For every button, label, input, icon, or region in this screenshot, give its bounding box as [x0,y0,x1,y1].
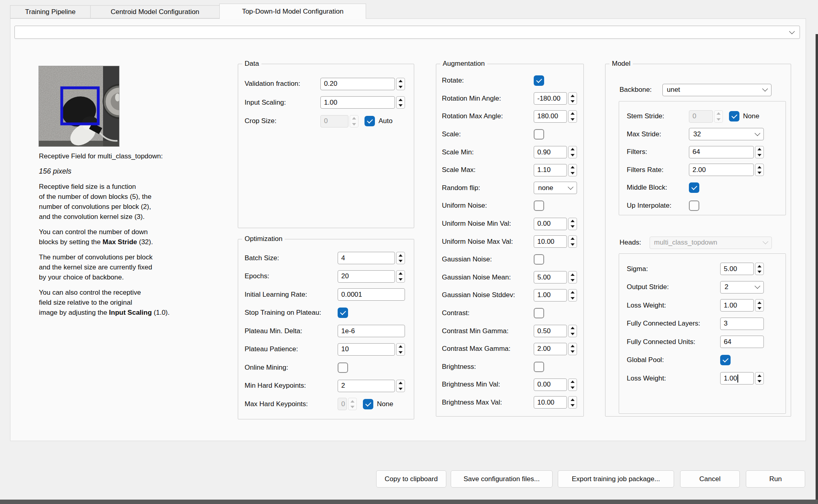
tab-top-down-id-model-configuration[interactable]: Top-Down-Id Model Configuration [219,4,366,19]
contrast-min-gamma-spin-up-button[interactable] [569,325,577,331]
fully-connected-layers-input[interactable]: 3 [720,318,764,330]
brightness-min-val-spinbox[interactable]: 0.00 [534,379,577,391]
batch-size-input[interactable]: 4 [338,252,395,264]
copy-to-clipboard-button[interactable]: Copy to clipboard [376,470,446,488]
filters-rate-spin-up-button[interactable] [755,164,763,170]
validation-fraction-input[interactable]: 0.20 [320,78,395,90]
gaussian-noise-mean-spin-up-button[interactable] [569,271,577,277]
input-scaling-spin-down-button[interactable] [397,103,405,109]
loss-weight-2-input[interactable]: 1.00 [720,372,754,385]
max-hard-keypoints-checkbox[interactable] [363,399,373,409]
middle-block-checkbox[interactable] [689,182,699,193]
input-scaling-spin-up-button[interactable] [397,97,405,103]
loss-weight-2-spinbox[interactable]: 1.00 [720,372,764,385]
filters-input[interactable]: 64 [689,146,754,158]
uniform-noise-max-val-input[interactable]: 10.00 [534,235,567,248]
min-hard-keypoints-spinbox[interactable]: 2 [338,380,405,392]
uniform-noise-min-val-input[interactable]: 0.00 [534,218,567,230]
brightness-max-val-spinbox[interactable]: 10.00 [534,396,577,409]
loss-weight-spin-up-button[interactable] [755,300,763,306]
stem-stride-spin-up-button[interactable] [715,111,723,117]
filters-rate-spin-down-button[interactable] [755,170,763,176]
validation-fraction-spin-up-button[interactable] [397,78,405,84]
brightness-min-val-spin-up-button[interactable] [569,379,577,385]
random-flip-dropdown[interactable]: none [534,182,577,194]
stem-stride-checkbox[interactable] [729,111,739,121]
brightness-min-val-input[interactable]: 0.00 [534,379,567,391]
sigma-input[interactable]: 5.00 [720,263,754,275]
sigma-spin-up-button[interactable] [755,263,763,269]
min-hard-keypoints-spin-down-button[interactable] [397,386,405,392]
max-hard-keypoints-spinbox[interactable]: 0 [338,398,357,410]
gaussian-noise-stddev-spin-up-button[interactable] [569,289,577,296]
plateau-patience-spin-up-button[interactable] [397,344,405,350]
batch-size-spin-down-button[interactable] [397,258,405,264]
uniform-noise-checkbox[interactable] [534,200,544,211]
crop-size-spin-up-button[interactable] [350,115,358,121]
validation-fraction-spinbox[interactable]: 0.20 [320,78,405,90]
contrast-max-gamma-spin-up-button[interactable] [569,343,577,349]
gaussian-noise-mean-input[interactable]: 5.00 [534,271,567,283]
plateau-patience-spin-down-button[interactable] [397,349,405,355]
brightness-max-val-spin-down-button[interactable] [569,403,577,409]
online-mining-checkbox[interactable] [338,362,348,373]
fully-connected-units-input[interactable]: 64 [720,336,764,348]
epochs-input[interactable]: 20 [338,270,395,283]
loss-weight-2-spin-down-button[interactable] [755,379,763,385]
brightness-min-val-spin-down-button[interactable] [569,385,577,391]
stem-stride-spinbox[interactable]: 0 [689,110,723,123]
tab-training-pipeline[interactable]: Training Pipeline [10,5,91,18]
filters-spin-up-button[interactable] [755,146,763,152]
filters-rate-input[interactable]: 2.00 [689,164,754,176]
backbone-dropdown[interactable]: unet [662,84,771,96]
loss-weight-spin-down-button[interactable] [755,306,763,312]
scale-max-spin-down-button[interactable] [569,170,577,176]
scale-max-spin-up-button[interactable] [569,164,577,170]
plateau-patience-spinbox[interactable]: 10 [338,343,405,356]
batch-size-spin-up-button[interactable] [397,252,405,258]
rotation-min-angle-spin-down-button[interactable] [569,99,577,105]
scale-min-input[interactable]: 0.90 [534,146,567,158]
max-stride-dropdown[interactable]: 32 [689,128,764,140]
max-hard-keypoints-input[interactable]: 0 [338,398,347,410]
max-hard-keypoints-spin-down-button[interactable] [348,404,356,410]
filters-rate-spinbox[interactable]: 2.00 [689,164,764,176]
global-pool-checkbox[interactable] [720,355,731,365]
plateau-patience-input[interactable]: 10 [338,343,395,356]
loss-weight-spinbox[interactable]: 1.00 [720,299,764,312]
validation-fraction-spin-down-button[interactable] [397,84,405,90]
uniform-noise-min-val-spin-down-button[interactable] [569,224,577,230]
cancel-button[interactable]: Cancel [680,470,740,488]
gaussian-noise-stddev-spin-down-button[interactable] [569,295,577,301]
loss-weight-input[interactable]: 1.00 [720,299,754,312]
gaussian-noise-mean-spin-down-button[interactable] [569,277,577,283]
plateau-min-delta-input[interactable]: 1e-6 [338,325,405,337]
uniform-noise-max-val-spin-up-button[interactable] [569,236,577,242]
rotation-min-angle-input[interactable]: -180.00 [534,92,567,105]
epochs-spinbox[interactable]: 20 [338,270,405,283]
batch-size-spinbox[interactable]: 4 [338,252,405,264]
rotation-max-angle-spinbox[interactable]: 180.00 [534,110,577,123]
uniform-noise-min-val-spinbox[interactable]: 0.00 [534,218,577,230]
crop-size-spin-down-button[interactable] [350,121,358,127]
sigma-spinbox[interactable]: 5.00 [720,263,764,275]
scale-max-input[interactable]: 1.10 [534,164,567,176]
tab-centroid-model-configuration[interactable]: Centroid Model Configuration [90,5,220,18]
contrast-checkbox[interactable] [534,308,544,318]
gaussian-noise-checkbox[interactable] [534,254,544,265]
min-hard-keypoints-spin-up-button[interactable] [397,380,405,386]
rotation-max-angle-input[interactable]: 180.00 [534,110,567,123]
scale-max-spinbox[interactable]: 1.10 [534,164,577,176]
stem-stride-input[interactable]: 0 [689,110,713,123]
min-hard-keypoints-input[interactable]: 2 [338,380,395,392]
crop-size-checkbox[interactable] [364,116,375,126]
export-training-job-package-button[interactable]: Export training job package... [558,470,674,488]
scale-min-spin-down-button[interactable] [569,152,577,158]
epochs-spin-up-button[interactable] [397,271,405,277]
rotate-checkbox[interactable] [534,75,544,86]
contrast-min-gamma-spinbox[interactable]: 0.50 [534,325,577,337]
scale-min-spin-up-button[interactable] [569,146,577,152]
stem-stride-spin-down-button[interactable] [715,116,723,122]
epochs-spin-down-button[interactable] [397,276,405,282]
contrast-max-gamma-spin-down-button[interactable] [569,349,577,355]
